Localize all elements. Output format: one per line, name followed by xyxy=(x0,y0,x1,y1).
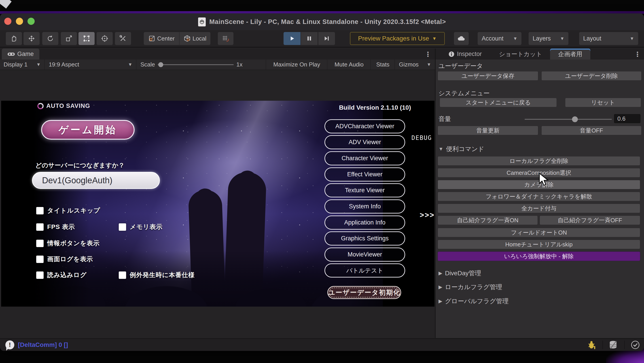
account-dropdown[interactable]: Account ▼ xyxy=(478,32,522,45)
self-intro-flags-on-button[interactable]: 自己紹介フラグ一斉ON xyxy=(438,215,538,225)
checkbox-box[interactable] xyxy=(36,207,44,214)
rotate-tool-button[interactable] xyxy=(42,32,58,45)
checkbox-box[interactable] xyxy=(36,256,44,263)
inspector-menu-icon[interactable]: ⋮ xyxy=(634,50,641,58)
custom-tool-button[interactable] xyxy=(115,32,131,45)
self-intro-flags-off-button[interactable]: 自己紹介フラグ一斉OFF xyxy=(540,215,640,225)
foldout-closed-icon: ▶ xyxy=(438,284,442,290)
progress-check-icon[interactable] xyxy=(630,340,640,349)
layout-dropdown[interactable]: Layout ▼ xyxy=(579,32,638,45)
transform-icon xyxy=(101,35,108,42)
checkbox-fps[interactable]: FPS 表示 xyxy=(36,223,75,231)
cache-server-icon[interactable] xyxy=(609,340,618,349)
volume-value-field[interactable]: 0.6 xyxy=(614,114,640,123)
checkbox-load-log[interactable]: 読み込みログ xyxy=(36,271,87,279)
pill-label: ADV Viewer xyxy=(348,139,381,146)
character-viewer-button[interactable]: Character Viewer xyxy=(324,151,405,165)
reset-button[interactable]: リセット xyxy=(565,98,641,107)
adv-character-viewer-button[interactable]: ADVCharacter Viewer xyxy=(324,119,405,133)
preview-packages-dropdown[interactable]: Preview Packages in Use ▼ xyxy=(350,32,445,45)
tab-shortcut[interactable]: ショートカット xyxy=(493,49,548,60)
back-to-start-menu-button[interactable]: スタートメニューに戻る xyxy=(440,98,557,107)
grid-snapping-button[interactable] xyxy=(218,32,234,45)
delete-all-local-flags-button[interactable]: ローカルフラグ全削除 xyxy=(438,156,640,166)
texture-viewer-button[interactable]: Texture Viewer xyxy=(324,183,405,197)
foldout-closed-icon: ▶ xyxy=(438,270,442,276)
home-tutorial-skip-button[interactable]: Homeチュートリアルskip xyxy=(438,240,640,249)
build-version-label: Build Version 2.1.10 (10) xyxy=(339,104,411,111)
volume-off-button[interactable]: 音量OFF xyxy=(541,126,642,135)
tab-game-label: Game xyxy=(17,51,34,58)
tab-planner[interactable]: 企画者用 xyxy=(550,49,590,60)
game-start-button[interactable]: ゲーム開始 xyxy=(41,120,134,140)
local-flag-management-foldout[interactable]: ▶ ローカルフラグ管理 xyxy=(438,283,502,291)
movie-viewer-button[interactable]: MovieViewer xyxy=(324,247,405,262)
graphics-settings-button[interactable]: Graphics Settings xyxy=(324,231,405,245)
checkbox-box[interactable] xyxy=(36,271,44,279)
diveday-management-label: DiveDay管理 xyxy=(445,269,481,277)
disband-follower-button[interactable]: フォロワー＆ダイナミックキャラを解散 xyxy=(438,192,640,201)
hand-tool-button[interactable] xyxy=(6,32,22,45)
checkbox-info-button[interactable]: 情報ボタンを表示 xyxy=(36,239,100,247)
battle-test-button[interactable]: バトルテスト xyxy=(324,263,405,277)
maximize-on-play-toggle[interactable]: Maximize On Play xyxy=(266,60,327,70)
local-flag-management-label: ローカルフラグ管理 xyxy=(445,283,502,291)
scale-slider[interactable] xyxy=(158,64,234,65)
more-arrows-button[interactable]: >>> xyxy=(420,211,434,219)
move-tool-button[interactable] xyxy=(24,32,40,45)
checkbox-label: タイトルスキップ xyxy=(47,206,100,215)
checkbox-memory[interactable]: メモリ表示 xyxy=(119,223,162,231)
grant-all-cards-button[interactable]: 全カード付与 xyxy=(438,204,640,213)
server-select-value: Dev1(GoogleAuth) xyxy=(42,176,112,185)
game-render-view: AUTO SAVING Build Version 2.1.10 (10) ゲー… xyxy=(1,101,434,307)
scale-tool-button[interactable] xyxy=(61,32,77,45)
pill-label: MovieViewer xyxy=(348,251,382,258)
checkbox-title-skip[interactable]: タイトルスキップ xyxy=(36,206,100,215)
debugger-bug-icon[interactable] xyxy=(587,340,596,349)
diveday-management-foldout[interactable]: ▶ DiveDay管理 xyxy=(438,269,481,277)
application-info-button[interactable]: Application Info xyxy=(324,215,405,230)
volume-update-button[interactable]: 音量更新 xyxy=(438,126,538,135)
checkbox-screen-log[interactable]: 画面ログを表示 xyxy=(36,255,93,263)
mute-audio-toggle[interactable]: Mute Audio xyxy=(328,60,371,70)
console-status-message[interactable]: ! [DeltaComm] 0 [] xyxy=(5,339,68,351)
system-menu-section-label: システムメニュー xyxy=(438,89,490,98)
cloud-services-button[interactable] xyxy=(454,32,469,45)
checkbox-exception-production[interactable]: 例外発生時に本番仕様 xyxy=(119,271,195,279)
pivot-center-button[interactable]: Center xyxy=(144,32,179,45)
user-data-init-button[interactable]: ユーザーデータ初期化 xyxy=(327,286,401,299)
convenient-commands-foldout[interactable]: ▼ 便利コマンド xyxy=(438,145,484,153)
volume-slider-thumb[interactable] xyxy=(572,116,578,122)
checkbox-box[interactable] xyxy=(119,271,126,279)
checkbox-box[interactable] xyxy=(36,223,44,231)
play-button[interactable] xyxy=(284,32,300,45)
force-unlock-release-button[interactable]: いろいろ強制解放中 - 解除 xyxy=(438,252,640,261)
unity-scene-icon xyxy=(198,18,206,27)
server-select-dropdown[interactable]: Dev1(GoogleAuth) xyxy=(32,172,160,189)
layers-dropdown[interactable]: Layers ▼ xyxy=(528,32,568,45)
gizmos-dropdown[interactable]: Gizmos ▼ xyxy=(395,60,435,70)
rect-tool-button[interactable] xyxy=(78,32,94,45)
user-data-delete-button[interactable]: ユーザーデータ削除 xyxy=(541,71,642,81)
field-auto-on-button[interactable]: フィールドオートON xyxy=(438,228,640,237)
scale-value: 1x xyxy=(236,61,242,68)
game-panel-menu-icon[interactable]: ⋮ xyxy=(425,50,431,58)
transform-tool-button[interactable] xyxy=(96,32,113,45)
scale-slider-thumb[interactable] xyxy=(158,62,163,67)
checkbox-box[interactable] xyxy=(36,240,44,247)
user-data-save-button[interactable]: ユーザーデータ保存 xyxy=(438,71,538,81)
effect-viewer-button[interactable]: Effect Viewer xyxy=(324,167,405,182)
pause-button[interactable] xyxy=(301,32,318,45)
stats-toggle[interactable]: Stats xyxy=(371,60,395,70)
display-dropdown[interactable]: Display 1 ▼ xyxy=(0,60,45,70)
tab-inspector[interactable]: Inspector xyxy=(438,49,492,60)
system-info-button[interactable]: System Info xyxy=(324,199,405,213)
aspect-dropdown[interactable]: 19:9 Aspect ▼ xyxy=(45,60,136,70)
checkbox-box[interactable] xyxy=(119,223,126,231)
tab-game[interactable]: Game xyxy=(2,49,39,60)
volume-slider[interactable] xyxy=(524,119,612,120)
global-flag-management-foldout[interactable]: ▶ グローバルフラグ管理 xyxy=(438,297,509,305)
adv-viewer-button[interactable]: ADV Viewer xyxy=(324,135,405,149)
step-button[interactable] xyxy=(318,32,335,45)
pivot-local-button[interactable]: Local xyxy=(179,32,210,45)
